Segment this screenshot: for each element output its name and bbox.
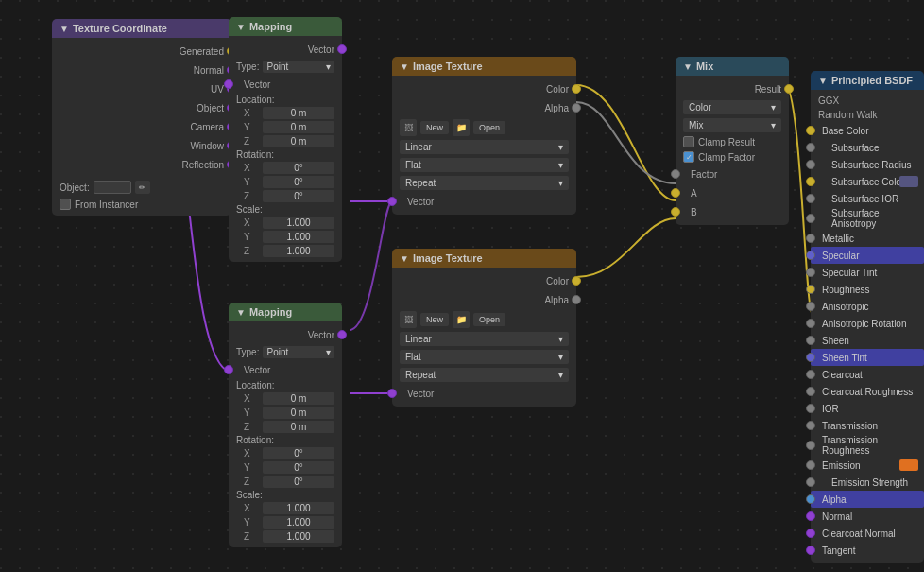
it2-color-output: Color	[392, 271, 576, 290]
it1-extension-dropdown[interactable]: Repeat ▾	[400, 176, 569, 190]
it1-projection-row: Flat ▾	[392, 156, 576, 174]
prop-anisotropic: Anisotropic	[811, 298, 924, 315]
alpha-socket[interactable]	[806, 494, 815, 504]
image-texture-node-2: ▼ Image Texture Color Alpha 🖼 New 📁 Open…	[392, 249, 576, 407]
roughness-socket[interactable]	[806, 285, 815, 294]
it2-projection-dropdown[interactable]: Flat ▾	[400, 350, 569, 364]
transmission-socket[interactable]	[806, 421, 815, 430]
subsurface-socket[interactable]	[806, 143, 815, 152]
mix-result-socket[interactable]	[784, 84, 794, 94]
principled-bsdf-node: ▼ Principled BSDF GGX Random Walk Base C…	[811, 71, 924, 563]
emission-socket[interactable]	[806, 460, 815, 470]
collapse-icon-it1[interactable]: ▼	[400, 61, 409, 72]
prop-transmission: Transmission	[811, 417, 924, 434]
it2-image-icon[interactable]: 🖼	[400, 311, 417, 328]
object-eyedropper[interactable]: ✏	[135, 181, 150, 194]
mapping2-loc-x: X 0 m	[229, 391, 342, 406]
mapping2-rot-y: Y 0°	[229, 460, 342, 475]
mapping1-type-dropdown[interactable]: Point ▾	[263, 61, 334, 73]
clearcoat-normal-socket[interactable]	[806, 529, 815, 538]
it1-image-icon[interactable]: 🖼	[400, 119, 417, 136]
subsurface-anisotropy-socket[interactable]	[806, 214, 815, 223]
prop-sheen: Sheen	[811, 332, 924, 349]
base-color-socket[interactable]	[806, 126, 815, 135]
it2-extension-dropdown[interactable]: Repeat ▾	[400, 368, 569, 382]
mix-color-dropdown[interactable]: Color ▾	[683, 100, 781, 114]
subsurface-color-swatch[interactable]	[899, 176, 918, 187]
mix-a-socket[interactable]	[671, 188, 680, 198]
collapse-icon-m1[interactable]: ▼	[236, 22, 246, 32]
clearcoat-socket[interactable]	[806, 370, 815, 379]
collapse-icon-it2[interactable]: ▼	[400, 253, 409, 264]
mapping2-scale-x: X 1.000	[229, 501, 342, 515]
it2-alpha-socket[interactable]	[572, 295, 581, 304]
clearcoat-roughness-socket[interactable]	[806, 387, 815, 396]
mix-clamp-factor-checkbox[interactable]: ✓	[683, 151, 694, 163]
emission-swatch[interactable]	[899, 459, 918, 471]
it2-interpolation-dropdown[interactable]: Linear ▾	[400, 332, 569, 346]
mix-blend-dropdown[interactable]: Mix ▾	[683, 118, 781, 132]
mix-clamp-result-checkbox[interactable]	[683, 136, 694, 147]
mapping1-rot-z: Z 0°	[229, 189, 342, 203]
anisotropic-rotation-socket[interactable]	[806, 319, 815, 328]
emission-strength-socket[interactable]	[806, 477, 815, 487]
mapping2-loc-y: Y 0 m	[229, 406, 342, 420]
mapping2-vector-out-socket[interactable]	[337, 330, 347, 339]
prop-clearcoat-roughness: Clearcoat Roughness	[811, 383, 924, 400]
texture-coordinate-body: Generated Normal UV Object Camera Window…	[52, 38, 231, 216]
it1-vector-in-socket[interactable]	[387, 197, 397, 206]
it1-folder-icon[interactable]: 📁	[453, 119, 470, 136]
mix-b-socket[interactable]	[671, 207, 680, 217]
mapping2-type-dropdown[interactable]: Point ▾	[263, 346, 334, 358]
prop-metallic: Metallic	[811, 230, 924, 247]
mapping1-rot-y: Y 0°	[229, 175, 342, 189]
normal-in-socket[interactable]	[806, 511, 815, 521]
it1-color-socket[interactable]	[572, 84, 581, 94]
mapping2-vector-in-socket[interactable]	[224, 365, 233, 374]
it1-open-btn[interactable]: Open	[473, 121, 505, 134]
ior-socket[interactable]	[806, 404, 815, 413]
it1-projection-dropdown[interactable]: Flat ▾	[400, 158, 569, 172]
collapse-icon[interactable]: ▼	[60, 24, 69, 34]
mix-color-type: Color ▾	[676, 98, 789, 116]
subsurface-ior-socket[interactable]	[806, 194, 815, 203]
collapse-icon-pb[interactable]: ▼	[818, 76, 828, 86]
sheen-socket[interactable]	[806, 336, 815, 345]
from-instancer-checkbox[interactable]	[60, 199, 71, 210]
node-title: Texture Coordinate	[73, 23, 167, 34]
mix-factor-socket[interactable]	[671, 169, 680, 179]
subsurface-color-socket[interactable]	[806, 177, 815, 186]
specular-socket[interactable]	[806, 251, 815, 260]
specular-tint-socket[interactable]	[806, 268, 815, 277]
it2-open-btn[interactable]: Open	[473, 313, 505, 326]
collapse-icon-mix[interactable]: ▼	[683, 61, 693, 72]
mapping2-loc-z: Z 0 m	[229, 420, 342, 434]
it2-folder-icon[interactable]: 📁	[453, 311, 470, 328]
collapse-icon-m2[interactable]: ▼	[236, 307, 246, 318]
it2-projection-row: Flat ▾	[392, 348, 576, 366]
mapping1-vector-out-socket[interactable]	[337, 44, 347, 54]
prop-roughness: Roughness	[811, 281, 924, 298]
mapping1-vector-in-socket[interactable]	[224, 79, 233, 89]
principled-header: ▼ Principled BSDF	[811, 71, 924, 90]
it2-color-socket[interactable]	[572, 276, 581, 286]
object-picker[interactable]	[94, 181, 131, 194]
it2-interpolation-row: Linear ▾	[392, 330, 576, 348]
transmission-roughness-socket[interactable]	[806, 441, 815, 450]
image-texture2-body: Color Alpha 🖼 New 📁 Open Linear ▾ Fla	[392, 268, 576, 407]
anisotropic-socket[interactable]	[806, 302, 815, 311]
texture-coordinate-node: ▼ Texture Coordinate Generated Normal UV…	[52, 19, 231, 216]
subsurface-radius-socket[interactable]	[806, 160, 815, 169]
it1-alpha-socket[interactable]	[572, 103, 581, 113]
prop-clearcoat-normal: Clearcoat Normal	[811, 525, 924, 542]
it2-vector-input: Vector	[392, 384, 576, 403]
principled-ggx: GGX	[811, 94, 924, 108]
prop-specular: Specular	[811, 247, 924, 264]
it1-new-btn[interactable]: New	[420, 121, 449, 134]
it2-vector-in-socket[interactable]	[387, 389, 397, 398]
it1-interpolation-dropdown[interactable]: Linear ▾	[400, 140, 569, 154]
tangent-socket[interactable]	[806, 546, 815, 555]
metallic-socket[interactable]	[806, 234, 815, 243]
it2-new-btn[interactable]: New	[420, 313, 449, 326]
sheen-tint-socket[interactable]	[806, 353, 815, 362]
